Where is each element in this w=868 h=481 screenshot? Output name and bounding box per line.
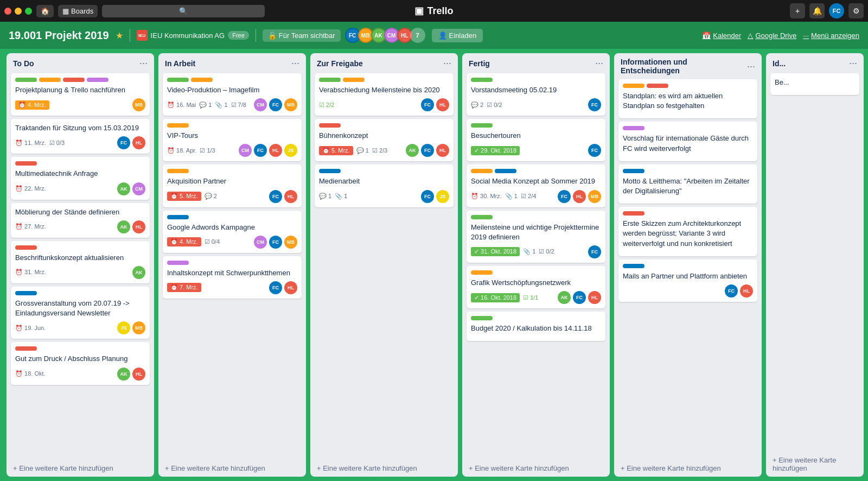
boards-button[interactable]: ▦ Boards xyxy=(58,5,98,17)
card-member-avatar[interactable]: FC xyxy=(269,236,282,249)
card-member-avatar[interactable]: AK xyxy=(558,291,571,304)
card-member-avatar[interactable]: MB xyxy=(284,98,297,111)
card-member-avatar[interactable]: FC xyxy=(588,98,601,111)
card-member-avatar[interactable]: AK xyxy=(117,182,130,195)
card-member-avatar[interactable]: FC xyxy=(117,136,130,149)
card-member-avatar[interactable]: AK xyxy=(117,368,130,381)
maximize-button[interactable] xyxy=(25,8,32,15)
card-member-avatar[interactable]: MB xyxy=(588,190,601,203)
add-button[interactable]: + xyxy=(790,3,805,18)
card-member-avatar[interactable]: HL xyxy=(573,190,586,203)
card-member-avatar[interactable]: HL xyxy=(284,281,297,294)
card[interactable]: Meilensteine und wichtige Projekttermine… xyxy=(467,211,605,263)
column-menu-button[interactable]: ··· xyxy=(139,58,148,69)
card[interactable]: Gut zum Druck / Abschluss Planung ⏰ 18. … xyxy=(11,342,150,384)
card-member-avatar[interactable]: CM xyxy=(254,236,267,249)
card[interactable]: Besuchertouren ✓ 29. Okt. 2018 FC xyxy=(467,119,605,161)
partial-column-menu[interactable]: ··· xyxy=(849,58,857,69)
card[interactable]: Beschriftunkskonzept aktualisieren ⏰ 31.… xyxy=(11,241,150,283)
drive-link[interactable]: △ Google Drive xyxy=(748,31,796,40)
card[interactable]: Inhaltskonzept mit Schwerpunktthemen ⏰ 7… xyxy=(163,256,302,299)
invite-button[interactable]: 👤 Einladen xyxy=(432,29,483,42)
add-card-button[interactable]: + Eine weitere Karte hinzufügen xyxy=(7,460,154,477)
card[interactable]: Akquisition Partner ⏰ 5. Mrz.💬 2 FCHL xyxy=(163,164,302,207)
card-member-avatar[interactable]: JS xyxy=(117,321,130,334)
card[interactable]: Verabschiedung Meilensteine bis 2020 ☑ 2… xyxy=(315,73,454,116)
card[interactable]: Mails an Partner und Plattform anbieten … xyxy=(618,260,757,302)
card[interactable]: Google Adwords Kampagne ⏰ 4. Mrz.☑ 0/4 C… xyxy=(163,211,302,253)
card-member-avatar[interactable]: CM xyxy=(132,182,145,195)
card-member-avatar[interactable]: MB xyxy=(284,236,297,249)
card-member-avatar[interactable]: CM xyxy=(239,144,252,157)
card[interactable]: Grafik Wertschöpfungsnetzwerk ✓ 16. Okt.… xyxy=(467,266,605,308)
add-card-button[interactable]: + Eine weitere Karte hinzufügen xyxy=(614,460,762,477)
card[interactable]: VIP-Tours ⏰ 18. Apr.☑ 1/3 CMFCHLJS xyxy=(163,119,302,161)
card-member-avatar[interactable]: FC xyxy=(588,245,601,258)
card-member-avatar[interactable]: AK xyxy=(132,266,145,279)
card[interactable]: Vorschlag für internationale Gäste durch… xyxy=(618,122,757,161)
settings-button[interactable]: ⚙ xyxy=(848,3,864,18)
card[interactable]: Traktanden für Sitzung vom 15.03.2019 ⏰ … xyxy=(11,119,150,154)
home-button[interactable]: 🏠 xyxy=(36,5,54,17)
card-member-avatar[interactable]: FC xyxy=(588,144,601,157)
card-member-avatar[interactable]: HL xyxy=(284,190,297,203)
card-member-avatar[interactable]: MB xyxy=(132,98,145,111)
card-member-avatar[interactable]: HL xyxy=(132,220,145,233)
card-member-avatar[interactable]: FC xyxy=(558,190,571,203)
minimize-button[interactable] xyxy=(15,8,22,15)
user-avatar[interactable]: FC xyxy=(829,3,844,18)
card-member-avatar[interactable]: FC xyxy=(269,281,282,294)
card[interactable]: Budget 2020 / Kalkulation bis 14.11.18 xyxy=(467,312,605,341)
card-member-avatar[interactable]: HL xyxy=(132,136,145,149)
column-menu-button[interactable]: ··· xyxy=(595,58,603,69)
card-member-avatar[interactable]: CM xyxy=(254,98,267,111)
card-member-avatar[interactable]: HL xyxy=(436,144,449,157)
card-member-avatar[interactable]: FC xyxy=(725,284,738,298)
card-member-avatar[interactable]: FC xyxy=(421,98,434,111)
column-menu-button[interactable]: ··· xyxy=(291,58,299,69)
search-input[interactable] xyxy=(102,5,265,17)
card-member-avatar[interactable]: HL xyxy=(269,144,282,157)
card[interactable]: Be... xyxy=(770,73,859,95)
card[interactable]: Erste Skizzen zum Architekturkonzept wer… xyxy=(618,207,757,256)
card[interactable]: Vorstandsmeeting 05.02.19 💬 2☑ 0/2 FC xyxy=(467,73,605,116)
card[interactable]: Multimediatechnik Anfrage ⏰ 22. Mrz. AKC… xyxy=(11,157,150,199)
calendar-link[interactable]: 📅 Kalender xyxy=(702,31,741,40)
add-card-button-partial[interactable]: + Eine weitere Karte hinzufügen xyxy=(766,452,864,477)
visibility-badge[interactable]: 🔓 Für Team sichtbar xyxy=(263,29,341,42)
star-icon[interactable]: ★ xyxy=(116,30,123,41)
card-member-avatar[interactable]: FC xyxy=(269,190,282,203)
card-member-avatar[interactable]: AK xyxy=(406,144,419,157)
card-member-avatar[interactable]: HL xyxy=(740,284,753,298)
card-member-avatar[interactable]: HL xyxy=(436,98,449,111)
card-member-avatar[interactable]: MB xyxy=(132,321,145,334)
card-member-avatar[interactable]: HL xyxy=(588,291,601,304)
card-member-avatar[interactable]: JS xyxy=(284,144,297,157)
column-menu-button[interactable]: ··· xyxy=(747,61,755,72)
notifications-button[interactable]: 🔔 xyxy=(809,3,825,18)
add-card-button[interactable]: + Eine weitere Karte hinzufügen xyxy=(310,460,458,477)
card[interactable]: Standplan: es wird am aktuellen Standpla… xyxy=(618,79,757,118)
card-member-avatar[interactable]: FC xyxy=(421,190,434,203)
card-member-avatar[interactable]: FC xyxy=(254,144,267,157)
card[interactable]: Motto & Leitthema: "Arbeiten im Zeitalte… xyxy=(618,164,757,204)
card-member-avatar[interactable]: FC xyxy=(573,291,586,304)
menu-link[interactable]: ··· Menü anzeigen xyxy=(803,31,859,40)
card[interactable]: Grossveranstaltung vom 20.07.19 -> Einla… xyxy=(11,287,150,339)
card[interactable]: Medienarbeit 💬 1📎 1 FCJS xyxy=(315,164,454,207)
card-member-avatar[interactable]: AK xyxy=(117,220,130,233)
card-member-avatar[interactable]: FC xyxy=(421,144,434,157)
card[interactable]: Möblierung der Stände definieren ⏰ 27. M… xyxy=(11,203,150,238)
card-member-avatar[interactable]: FC xyxy=(269,98,282,111)
card[interactable]: Video-Produktion – Imagefilm ⏰ 16. Mai💬 … xyxy=(163,73,302,116)
card-member-avatar[interactable]: HL xyxy=(132,368,145,381)
card[interactable]: Bühnenkonzept ⏰ 5. Mrz.💬 1☑ 2/3 AKFCHL xyxy=(315,119,454,161)
add-card-button[interactable]: + Eine weitere Karte hinzufügen xyxy=(158,460,306,477)
card[interactable]: Social Media Konzept ab Sommer 2019 ⏰ 30… xyxy=(467,164,605,207)
column-menu-button[interactable]: ··· xyxy=(443,58,451,69)
member-count[interactable]: 7 xyxy=(410,28,425,43)
card-member-avatar[interactable]: JS xyxy=(436,190,449,203)
close-button[interactable] xyxy=(4,8,11,15)
add-card-button[interactable]: + Eine weitere Karte hinzufügen xyxy=(462,460,610,477)
card[interactable]: Projektplanung & Trello nachführen ⏰ 4. … xyxy=(11,73,150,116)
